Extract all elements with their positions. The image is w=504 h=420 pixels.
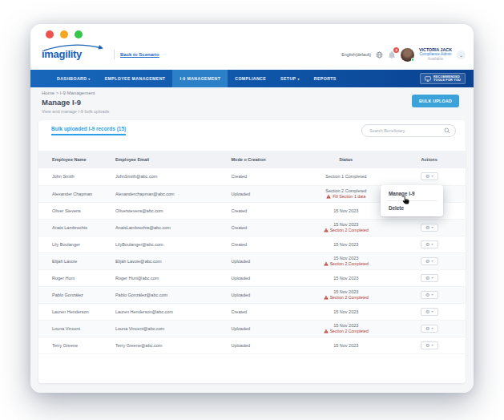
maximize-window-button[interactable] bbox=[75, 30, 83, 38]
minimize-window-button[interactable] bbox=[60, 30, 68, 38]
status-text: 15 Nov 2023 bbox=[299, 208, 393, 213]
chevron-down-icon: ▾ bbox=[431, 175, 433, 178]
status-text: 15 Nov 2023 bbox=[299, 289, 393, 294]
status-warning-text: Section 2 Completed bbox=[330, 329, 369, 333]
row-actions-button[interactable]: ⚙▾ bbox=[421, 224, 438, 232]
recommended-tools-button[interactable]: RECOMMENDED TOOLS FOR YOU bbox=[420, 73, 466, 85]
nav-item-employee-management[interactable]: EMPLOYEE MANAGEMENT bbox=[98, 70, 173, 87]
warning-icon bbox=[324, 295, 329, 300]
status-text: 15 Nov 2023 bbox=[299, 256, 393, 260]
chevron-down-icon: ▾ bbox=[431, 293, 433, 297]
status-cell: 15 Nov 2023Section 2 Completed bbox=[299, 219, 393, 236]
nav-label: DASHBOARD bbox=[57, 76, 87, 81]
nav-label: SETUP bbox=[280, 76, 296, 81]
monitor-icon bbox=[425, 76, 431, 82]
row-actions-button[interactable]: ⚙▾ bbox=[421, 172, 438, 180]
chevron-down-icon: ▾ bbox=[431, 327, 433, 330]
status-warning: Section 2 Completed bbox=[299, 329, 393, 333]
status-warning-text: Fill Section 1 data bbox=[333, 194, 365, 199]
breadcrumb[interactable]: Home > I-9 Management bbox=[42, 91, 95, 95]
employee-name-cell: Roger Hunt bbox=[38, 269, 115, 286]
status-text: 15 Nov 2023 bbox=[299, 276, 393, 281]
records-table: Employee Name Employee Email Mode o Crea… bbox=[38, 151, 466, 354]
status-cell: 15 Nov 2023 bbox=[299, 303, 393, 320]
nav-item-compliance[interactable]: COMPLIANCE bbox=[228, 70, 273, 87]
table-row: Anais LambrechtsAnaisLambrechts@abc.comC… bbox=[38, 219, 466, 236]
employee-name-cell: Alexander Chapman bbox=[38, 185, 115, 202]
tab-bulk-uploaded-records[interactable]: Bulk uploaded I-9 records (15) bbox=[51, 126, 126, 135]
warning-icon bbox=[324, 261, 329, 266]
status-text: 15 Nov 2023 bbox=[299, 242, 393, 247]
employee-email-cell: Lauren Henderson@abc.com bbox=[115, 303, 227, 320]
mode-of-creation-cell: Created bbox=[227, 236, 300, 252]
status-text: Section 1 Completed bbox=[299, 174, 393, 179]
actions-cell: ⚙▾ bbox=[393, 219, 466, 236]
imagility-logo[interactable]: imagility bbox=[42, 43, 114, 64]
bulk-upload-button[interactable]: BULK UPLOAD bbox=[412, 95, 459, 107]
employee-email-cell: Pablo González@abc.com bbox=[115, 286, 227, 303]
chevron-down-icon: ▾ bbox=[431, 243, 433, 246]
profile-chevron-down-icon[interactable]: ⌄ bbox=[457, 50, 466, 59]
mode-of-creation-cell: Created bbox=[227, 168, 300, 185]
back-to-scenario-link[interactable]: Back to Scenario bbox=[120, 52, 159, 57]
recommended-tools-label: RECOMMENDED TOOLS FOR YOU bbox=[433, 75, 461, 83]
warning-icon bbox=[324, 228, 329, 232]
actions-cell: ⚙▾ bbox=[393, 303, 466, 320]
menu-divider bbox=[387, 200, 437, 201]
employee-name-cell: Pablo González bbox=[38, 286, 115, 303]
chevron-down-icon: ▾ bbox=[297, 77, 299, 81]
menu-item-manage-i9[interactable]: Manage I-9 bbox=[381, 188, 443, 200]
nav-label: REPORTS bbox=[314, 76, 337, 81]
menu-item-delete[interactable]: Delete bbox=[381, 202, 443, 214]
records-card: Bulk uploaded I-9 records (15) Employee … bbox=[38, 120, 466, 383]
row-actions-button[interactable]: ⚙▾ bbox=[421, 274, 438, 282]
user-avatar[interactable] bbox=[401, 48, 414, 62]
table-header-row: Employee Name Employee Email Mode o Crea… bbox=[38, 151, 466, 168]
mode-of-creation-cell: Created bbox=[227, 202, 300, 219]
table-row: Lily BoulangerLilyBoulanger@abc.comCreat… bbox=[38, 236, 466, 252]
nav-item-setup[interactable]: SETUP▾ bbox=[273, 70, 307, 87]
status-warning-text: Section 2 Completed bbox=[330, 295, 369, 300]
employee-name-cell: Oliver Stevens bbox=[38, 202, 115, 219]
nav-item-dashboard[interactable]: DASHBOARD▾ bbox=[50, 70, 98, 87]
actions-cell: ⚙▾ bbox=[393, 337, 466, 353]
close-window-button[interactable] bbox=[46, 30, 54, 38]
row-actions-button[interactable]: ⚙▾ bbox=[421, 308, 438, 316]
nav-item-reports[interactable]: REPORTS bbox=[307, 70, 344, 87]
search-box bbox=[361, 124, 456, 137]
employee-name-cell: Lily Boulanger bbox=[38, 236, 115, 252]
search-input[interactable] bbox=[362, 128, 444, 133]
user-availability: Available bbox=[419, 57, 452, 62]
globe-icon[interactable] bbox=[376, 51, 383, 59]
actions-cell: ⚙▾ bbox=[393, 168, 466, 185]
status-cell: 15 Nov 2023 bbox=[299, 269, 393, 286]
notifications-bell-icon[interactable]: 3 bbox=[388, 50, 396, 59]
employee-name-cell: Elijah Lavoie bbox=[38, 252, 115, 269]
chevron-down-icon: ▾ bbox=[88, 77, 90, 81]
employee-name-cell: Anais Lambrechts bbox=[38, 219, 115, 236]
gear-icon: ⚙ bbox=[425, 225, 429, 230]
main-navbar: DASHBOARD▾ EMPLOYEE MANAGEMENT I-9 MANAG… bbox=[30, 70, 474, 87]
user-info: VICTORIA JACK Compliance Admin Available bbox=[419, 47, 452, 62]
notification-count-badge: 3 bbox=[393, 47, 399, 53]
gear-icon: ⚙ bbox=[425, 309, 429, 314]
col-employee-email: Employee Email bbox=[115, 151, 227, 168]
row-actions-button[interactable]: ⚙▾ bbox=[421, 325, 438, 333]
row-actions-button[interactable]: ⚙▾ bbox=[421, 341, 438, 349]
gear-icon: ⚙ bbox=[425, 343, 429, 348]
status-warning: Section 2 Completed bbox=[299, 228, 393, 232]
table-row: John SmithJohnSmith@abc.comCreatedSectio… bbox=[38, 168, 466, 185]
chevron-down-icon: ▾ bbox=[431, 344, 433, 347]
employee-email-cell: AnaisLambrechts@abc.com bbox=[115, 219, 227, 236]
mode-of-creation-cell: Uploaded bbox=[227, 320, 300, 337]
status-text: 15 Nov 2023 bbox=[299, 222, 393, 227]
nav-item-i9-management[interactable]: I-9 MANAGEMENT bbox=[172, 70, 228, 87]
employee-name-cell: Louna Vincent bbox=[38, 320, 115, 337]
actions-cell: ⚙▾ bbox=[393, 269, 466, 286]
row-actions-button[interactable]: ⚙▾ bbox=[421, 240, 438, 248]
row-actions-button[interactable]: ⚙▾ bbox=[421, 291, 438, 299]
language-selector[interactable]: English(default) bbox=[341, 52, 371, 57]
mode-of-creation-cell: Created bbox=[227, 303, 300, 320]
row-actions-button[interactable]: ⚙▾ bbox=[421, 257, 438, 265]
status-warning-text: Section 2 Completed bbox=[330, 261, 369, 266]
